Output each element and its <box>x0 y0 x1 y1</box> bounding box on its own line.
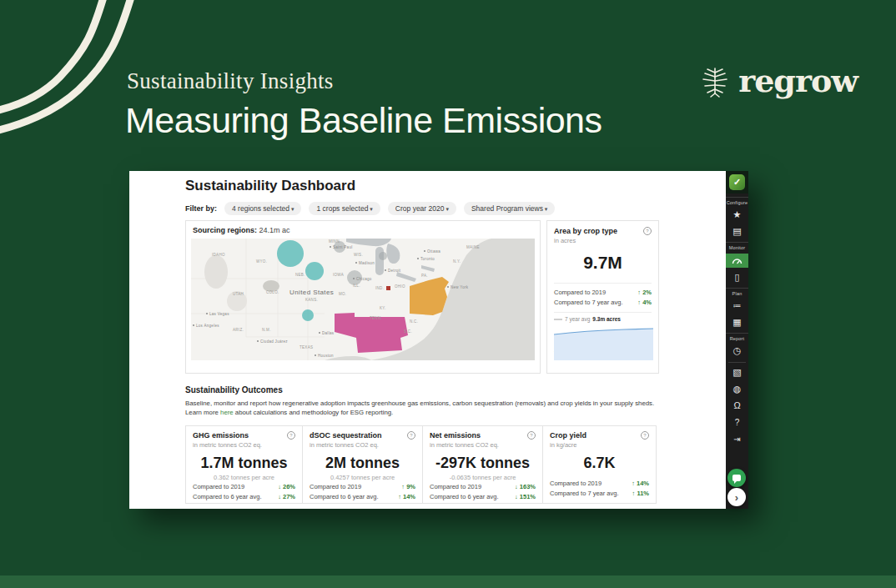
right-toolbar: ✓ Configure ★ ▤ Monitor ▯ Plan ≔ ▦ Repor… <box>726 171 748 509</box>
legend-line-icon <box>554 319 562 320</box>
blocks-icon[interactable]: ▦ <box>726 315 748 329</box>
map-label: IDAHO <box>212 253 225 257</box>
us-map-canvas <box>191 239 535 360</box>
help-icon[interactable] <box>643 227 652 235</box>
down-arrow-icon: ↓ <box>515 483 518 490</box>
collapse-arrow-button[interactable]: › <box>727 488 746 506</box>
map-label: Saint Paul <box>330 245 353 249</box>
checklist-icon[interactable]: ≔ <box>726 299 748 313</box>
regrow-tree-icon <box>697 63 733 99</box>
comparison-label: Compared to 2019 <box>554 289 606 296</box>
comparison-row: Compared to 7 year avg. ↑ 11% <box>550 488 649 498</box>
program-views-dropdown[interactable]: Shared Program views <box>464 202 555 215</box>
sparkline-chart <box>554 324 653 360</box>
sourcing-regions-value: 24.1m ac <box>259 226 290 234</box>
legend-label: 7 year avg <box>565 316 590 322</box>
gauge-icon[interactable] <box>726 254 748 268</box>
map-label: UTAH <box>233 292 244 296</box>
help-circle-icon[interactable]: ? <box>726 415 748 430</box>
comparison-row: Compared to 7 year avg. ↑ 4% <box>554 297 652 307</box>
stat-cards-row: GHG emissions in metric tonnes CO2 eq. 1… <box>185 425 657 504</box>
regions-filter-dropdown[interactable]: 4 regions selected <box>224 202 301 215</box>
up-arrow-icon: ↑ <box>401 483 405 490</box>
comparison-label: Compared to 7 year avg. <box>554 299 623 306</box>
stat-card-value: -297K tonnes <box>430 455 536 472</box>
map-label: Ottawa <box>424 249 440 254</box>
map-label: WIS. <box>354 253 363 257</box>
comparison-row: Compared to 2019 ↑ 2% <box>554 287 652 297</box>
area-by-crop-type-card: Area by crop type in acres 9.7M Compared… <box>546 220 659 374</box>
eyebrow-title: Sustainability Insights <box>127 68 334 94</box>
stat-card-value: 6.7K <box>550 455 649 472</box>
map-label: ARIZ. <box>233 328 244 332</box>
field-image-icon[interactable]: ▤ <box>726 224 748 239</box>
map-label: TEXAS <box>300 345 313 349</box>
stat-card-per-acre: -0.0635 tonnes per acre <box>430 474 536 481</box>
dashboard-title: Sustainability Dashboard <box>185 178 355 194</box>
map-label: NEB. <box>295 273 305 277</box>
comparison-row: Compared to 6 year avg. ↓ 27% <box>193 491 295 501</box>
map-layers-icon[interactable]: ▧ <box>726 365 748 379</box>
map-label: Houston <box>315 354 334 358</box>
map-label: TENN. <box>370 316 382 320</box>
stat-card-title: dSOC sequestration <box>310 431 382 440</box>
map-label: United States <box>289 289 334 296</box>
comparison-value: ↑ 2% <box>637 289 652 296</box>
teal-bubble-1[interactable] <box>277 240 304 267</box>
book-icon[interactable]: ▯ <box>726 270 748 284</box>
gray-bubble-michigan[interactable] <box>379 252 387 260</box>
area-sparkline: 7 year avg 9.3m acres 2015 2021 <box>554 312 652 353</box>
clock-icon[interactable]: ◷ <box>726 344 748 358</box>
crops-filter-dropdown[interactable]: 1 crops selected <box>309 202 380 215</box>
map-label: Madison <box>355 261 375 265</box>
dsoc-sequestration-card: dSOC sequestration in metric tonnes CO2 … <box>302 425 423 504</box>
us-map[interactable]: United StatesIDAHOWYO.UTAHCOLO.ARIZ.N.M.… <box>191 239 535 360</box>
stat-card-value: 1.7M tonnes <box>193 455 295 472</box>
stat-card-unit: in kg/acre <box>550 441 649 449</box>
toolbar-section-configure: Configure <box>726 197 748 205</box>
map-label: MO. <box>339 292 346 296</box>
stat-card-unit: in metric tonnes CO2 eq. <box>193 441 295 449</box>
headset-icon[interactable]: Ω <box>726 399 748 413</box>
sourcing-regions-card: Sourcing regions: 24.1m ac <box>185 220 541 374</box>
teal-bubble-3[interactable] <box>302 309 314 321</box>
map-label: Toronto <box>417 257 435 261</box>
map-label: Los Angeles <box>193 324 219 328</box>
sourcing-regions-label: Sourcing regions: <box>193 226 257 234</box>
area-card-title: Area by crop type <box>554 227 617 235</box>
chat-button[interactable] <box>727 469 746 487</box>
comparison-value: ↑ 4% <box>637 299 652 306</box>
stat-card-unit: in metric tonnes CO2 eq. <box>310 441 415 449</box>
map-label: MINN. <box>329 239 340 244</box>
help-icon[interactable] <box>527 431 536 440</box>
ghg-emissions-card: GHG emissions in metric tonnes CO2 eq. 1… <box>185 425 303 504</box>
red-point-ohio[interactable] <box>386 286 390 290</box>
legend-value: 9.3m acres <box>592 316 621 322</box>
comparison-row: Compared to 6 year avg. ↑ 14% <box>310 491 415 501</box>
map-label: Dallas <box>319 331 334 335</box>
help-icon[interactable] <box>287 431 295 440</box>
help-icon[interactable] <box>407 431 415 440</box>
map-label: Chicago <box>353 277 372 281</box>
comparison-row: Compared to 2019 ↑ 14% <box>550 478 649 488</box>
crop-year-filter-dropdown[interactable]: Crop year 2020 <box>388 202 456 215</box>
dashboard-main: Sustainability Dashboard Filter by: 4 re… <box>129 171 726 509</box>
footer-accent-bar <box>0 575 896 588</box>
learn-more-link[interactable]: here <box>220 409 234 416</box>
globe-icon[interactable]: ◍ <box>726 382 748 396</box>
toolbar-divider <box>728 362 746 363</box>
logout-icon[interactable]: ⇥ <box>726 432 748 446</box>
star-icon[interactable]: ★ <box>726 208 748 222</box>
map-label: PA. <box>421 274 428 278</box>
teal-bubble-2[interactable] <box>305 262 324 280</box>
map-label: IND. <box>375 286 384 290</box>
regrow-leaf-check-icon: ✓ <box>729 174 745 190</box>
help-icon[interactable] <box>641 431 649 440</box>
chat-bubble-icon <box>732 475 741 481</box>
regrow-logo: regrow <box>697 62 858 99</box>
map-label: IOWA <box>333 273 344 277</box>
map-label: WYO. <box>256 259 267 264</box>
map-label: New York <box>447 285 468 289</box>
app-logo-button[interactable]: ✓ <box>726 171 748 193</box>
crop-yield-card: Crop yield in kg/acre 6.7K Compared to 2… <box>542 425 657 504</box>
